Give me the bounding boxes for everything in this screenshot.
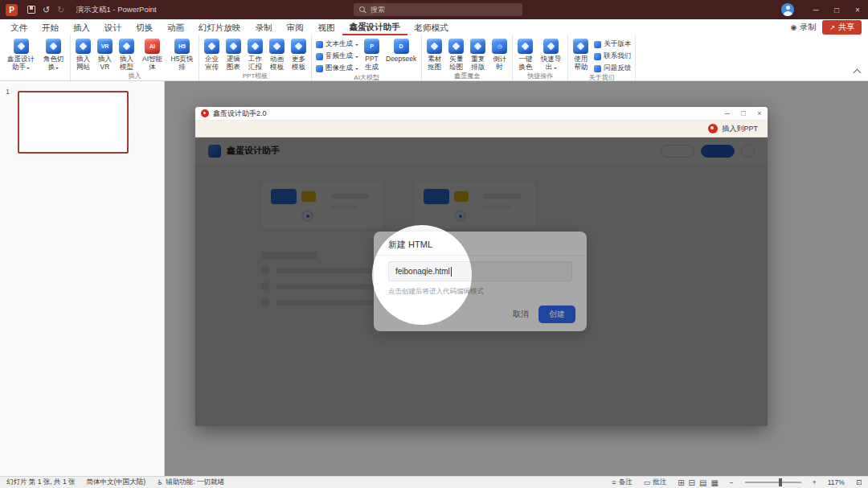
ribbon-tab-bar: 文件 开始 插入 设计 切换 动画 幻灯片放映 录制 审阅 视图 鑫蛋设计助手 …	[0, 19, 868, 35]
zoom-slider[interactable]	[745, 482, 801, 483]
tab-slideshow[interactable]: 幻灯片放映	[191, 19, 248, 35]
close-button[interactable]: ×	[847, 0, 868, 19]
plugin-maximize-button[interactable]: □	[735, 107, 751, 121]
plugin-minimize-button[interactable]: ─	[719, 107, 735, 121]
ppt-generate-button[interactable]: P PPT生成	[361, 35, 383, 72]
ribbon-group-ppt-templates: 企业宣传 逻辑图表 工作汇报 动画模板 更多模板 PPT模板	[199, 35, 312, 80]
insert-to-ppt-icon	[708, 124, 718, 133]
zoom-percent[interactable]: 117%	[828, 478, 845, 486]
filename-value: feibonaqie.html	[395, 267, 450, 276]
comments-button[interactable]: ▭ 批注	[644, 478, 667, 487]
text-generate-icon	[316, 41, 323, 48]
tab-animations[interactable]: 动画	[160, 19, 191, 35]
contact-us-button[interactable]: 联系我们	[594, 51, 631, 61]
tab-xindan-assistant[interactable]: 鑫蛋设计助手	[342, 19, 407, 35]
insert-model-button[interactable]: 插入模型	[116, 35, 137, 72]
plugin-content: 鑫蛋设计助手 新建 HTML	[195, 137, 768, 426]
contact-us-icon	[594, 53, 601, 60]
tab-home[interactable]: 开始	[35, 19, 66, 35]
logic-chart-button[interactable]: 逻辑图表	[223, 35, 244, 72]
slideshow-view-icon[interactable]: ▦	[710, 478, 718, 487]
ribbon-group-ai-models: 文本生成 音频生成 图像生成 P PPT生成 D	[312, 35, 422, 80]
h5-quick-layout-button[interactable]: H5 H5页快排	[167, 35, 197, 72]
record-button[interactable]: ◉ 录制	[790, 22, 816, 33]
quick-access-toolbar: ↺ ↻	[27, 5, 64, 15]
help-button[interactable]: 使用帮助	[570, 35, 592, 72]
zoom-slider-thumb[interactable]	[779, 478, 782, 486]
ai-agent-icon: AI	[145, 39, 160, 54]
quick-export-button[interactable]: 快速导出	[536, 35, 566, 72]
insert-to-ppt-button[interactable]: 插入到PPT	[722, 124, 758, 134]
ppt-generate-icon: P	[364, 39, 379, 54]
text-generate-button[interactable]: 文本生成	[316, 39, 358, 49]
audio-generate-icon	[316, 53, 323, 60]
minimize-button[interactable]: ─	[805, 0, 826, 19]
feedback-icon	[594, 65, 601, 72]
group-label-insert: 插入	[72, 72, 197, 80]
image-generate-icon	[316, 65, 323, 72]
slide-number: 1	[6, 88, 10, 96]
user-avatar[interactable]	[781, 3, 794, 16]
audio-generate-button[interactable]: 音频生成	[316, 51, 358, 61]
insert-model-icon	[119, 39, 134, 54]
feedback-button[interactable]: 问题反馈	[594, 64, 631, 73]
vector-draw-button[interactable]: 矢量绘图	[445, 35, 467, 72]
create-button[interactable]: 创建	[538, 306, 575, 323]
zoom-out-button[interactable]: −	[730, 478, 734, 486]
about-version-button[interactable]: 关于版本	[594, 39, 631, 49]
group-label-magic-box: 鑫蛋魔盒	[424, 72, 510, 80]
tab-review[interactable]: 审阅	[280, 19, 311, 35]
filename-input[interactable]: feibonaqie.html	[388, 261, 572, 281]
more-templates-button[interactable]: 更多模板	[288, 35, 309, 72]
maximize-button[interactable]: □	[826, 0, 847, 19]
plugin-close-button[interactable]: ×	[751, 107, 768, 121]
tab-transitions[interactable]: 切换	[129, 19, 160, 35]
comments-icon: ▭	[644, 478, 651, 486]
plugin-titlebar: 鑫蛋设计助手2.0 ─ □ ×	[195, 107, 768, 121]
tab-record[interactable]: 录制	[248, 19, 280, 35]
deepseek-button[interactable]: D Deepseek	[383, 35, 420, 64]
insert-website-button[interactable]: 插入网站	[72, 35, 94, 72]
xindan-assistant-icon	[14, 39, 29, 54]
one-key-recolor-button[interactable]: 一键换色	[514, 35, 536, 72]
collapse-ribbon-chevron-icon[interactable]	[854, 69, 862, 77]
work-report-button[interactable]: 工作汇报	[244, 35, 266, 72]
tab-view[interactable]: 视图	[311, 19, 342, 35]
ribbon-group-assistant: 鑫蛋设计助手 角色切换	[2, 35, 71, 80]
tab-insert[interactable]: 插入	[66, 19, 97, 35]
company-promo-button[interactable]: 企业宣传	[201, 35, 223, 72]
undo-icon[interactable]: ↺	[43, 5, 50, 15]
material-cutout-button[interactable]: 素材抠图	[424, 35, 445, 72]
share-icon: ↗	[829, 24, 835, 31]
animation-template-button[interactable]: 动画模板	[266, 35, 288, 72]
slide-sorter-view-icon[interactable]: ⊟	[689, 478, 695, 487]
image-generate-button[interactable]: 图像生成	[316, 64, 358, 73]
cancel-button[interactable]: 取消	[513, 309, 529, 320]
tab-teacher-mode[interactable]: 老师模式	[407, 19, 456, 35]
reading-view-icon[interactable]: ▤	[699, 478, 706, 487]
repeat-layout-button[interactable]: 重复排版	[467, 35, 489, 72]
accessibility-status[interactable]: ♿ 辅助功能: 一切就绪	[157, 478, 224, 487]
search-placeholder: 搜索	[371, 5, 385, 15]
fit-to-window-icon[interactable]: ⊡	[856, 478, 862, 486]
dialog-helper-text: 点击创建后将进入代码编辑模式	[388, 287, 484, 297]
zoom-in-button[interactable]: +	[813, 478, 817, 486]
slide-thumbnail[interactable]	[18, 91, 129, 154]
countdown-button[interactable]: ◷ 倒计时	[489, 35, 510, 72]
tab-design[interactable]: 设计	[97, 19, 129, 35]
notes-button[interactable]: ≡ 备注	[612, 478, 632, 487]
ribbon-group-insert: 插入网站 VR 插入VR 插入模型 AI AI智能体 H5 H5页快排 插入	[71, 35, 199, 80]
insert-vr-button[interactable]: VR 插入VR	[94, 35, 116, 72]
search-box[interactable]: 搜索	[354, 3, 522, 16]
redo-icon[interactable]: ↻	[57, 5, 64, 15]
xindan-assistant-button[interactable]: 鑫蛋设计助手	[3, 35, 39, 72]
plugin-toolbar: 插入到PPT	[195, 121, 768, 137]
ai-agent-button[interactable]: AI AI智能体	[137, 35, 167, 72]
save-icon[interactable]	[27, 6, 35, 14]
normal-view-icon[interactable]: ⊞	[678, 478, 684, 487]
share-button[interactable]: ↗ 共享	[822, 20, 862, 35]
role-switch-button[interactable]: 角色切换	[39, 35, 68, 72]
tab-file[interactable]: 文件	[3, 19, 35, 35]
plugin-window: 鑫蛋设计助手2.0 ─ □ × 插入到PPT 鑫蛋设计助手	[195, 107, 768, 426]
language-button[interactable]: 简体中文(中国大陆)	[87, 478, 146, 487]
